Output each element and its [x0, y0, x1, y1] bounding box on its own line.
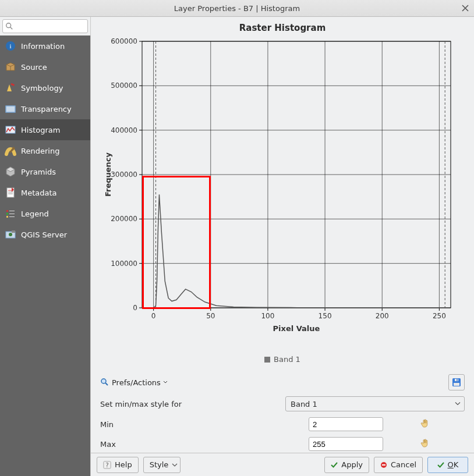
svg-rect-71	[454, 383, 459, 386]
svg-text:600000: 600000	[111, 37, 137, 45]
chart-title: Raster Histogram	[100, 23, 465, 33]
help-button[interactable]: ? Help	[97, 457, 139, 473]
zoom-icon	[100, 378, 109, 387]
apply-label: Apply	[341, 460, 363, 469]
sidebar-item-rendering[interactable]: Rendering	[0, 140, 90, 161]
cancel-button[interactable]: Cancel	[374, 457, 423, 473]
close-icon[interactable]	[460, 3, 471, 13]
svg-text:0: 0	[133, 304, 137, 312]
svg-text:Pixel Value: Pixel Value	[273, 324, 320, 333]
pick-max-button[interactable]	[420, 438, 430, 450]
sidebar-item-qgis-server[interactable]: QGIS Server	[0, 224, 90, 245]
legend-swatch-icon	[264, 357, 270, 363]
prefs-actions-label: Prefs/Actions	[112, 378, 161, 387]
sidebar-item-information[interactable]: iInformation	[0, 35, 90, 56]
svg-text:250: 250	[433, 312, 446, 320]
cancel-label: Cancel	[391, 460, 416, 469]
hand-icon	[420, 438, 430, 449]
search-field[interactable]	[16, 22, 85, 31]
svg-rect-16	[6, 213, 8, 215]
sidebar-item-label: Pyramids	[21, 168, 56, 176]
max-label: Max	[100, 440, 304, 449]
sidebar-item-label: Rendering	[21, 147, 59, 155]
sidebar-item-label: Source	[21, 63, 47, 72]
help-icon: ?	[103, 461, 111, 469]
svg-rect-23	[12, 230, 15, 233]
search-input[interactable]	[2, 19, 88, 33]
legend-icon	[5, 208, 16, 219]
sidebar-item-transparency[interactable]: Transparency	[0, 98, 90, 119]
pyramids-icon	[5, 166, 16, 177]
sidebar-item-label: Metadata	[21, 189, 57, 197]
save-histogram-button[interactable]	[448, 374, 465, 390]
sidebar-item-label: Transparency	[21, 105, 72, 113]
metadata-icon	[5, 187, 16, 198]
svg-text:300000: 300000	[111, 170, 137, 179]
sidebar: iInformationSourceSymbologyTransparencyH…	[0, 35, 90, 476]
svg-text:100: 100	[261, 312, 274, 320]
svg-line-69	[105, 383, 108, 385]
sidebar-item-histogram[interactable]: Histogram	[0, 119, 90, 140]
svg-rect-73	[457, 379, 458, 381]
svg-point-22	[9, 233, 12, 236]
symbology-icon	[5, 82, 16, 94]
histogram-icon	[5, 124, 16, 136]
qgis-server-icon	[5, 229, 16, 240]
svg-line-1	[10, 27, 13, 30]
sidebar-item-metadata[interactable]: Metadata	[0, 182, 90, 203]
svg-text:400000: 400000	[111, 126, 137, 134]
sidebar-item-legend[interactable]: Legend	[0, 203, 90, 224]
chevron-down-icon	[172, 462, 178, 468]
apply-button[interactable]: Apply	[324, 457, 369, 473]
svg-text:?: ?	[105, 461, 108, 468]
ok-label: OK	[448, 460, 459, 469]
svg-point-68	[101, 379, 106, 383]
sidebar-item-source[interactable]: Source	[0, 56, 90, 77]
max-input[interactable]	[309, 437, 383, 451]
histogram-chart: Raster Histogram 05010015020025001000002…	[100, 23, 465, 364]
chevron-down-icon	[455, 400, 461, 408]
dialog-button-bar: ? Help Style Apply Cancel OK	[91, 453, 474, 476]
information-icon: i	[5, 40, 16, 52]
sidebar-item-label: Histogram	[21, 126, 60, 134]
sidebar-item-label: QGIS Server	[21, 230, 67, 239]
sidebar-item-label: Symbology	[21, 84, 63, 93]
sidebar-item-symbology[interactable]: Symbology	[0, 77, 90, 98]
help-label: Help	[115, 460, 132, 469]
sidebar-item-label: Information	[21, 42, 65, 51]
chart-svg: 0501001502002500100000200000300000400000…	[100, 35, 461, 350]
chart-legend: Band 1	[100, 355, 465, 364]
style-button[interactable]: Style	[143, 457, 181, 473]
min-label: Min	[100, 420, 304, 429]
hand-icon	[420, 418, 430, 429]
svg-text:i: i	[9, 42, 11, 49]
floppy-disk-icon	[452, 378, 461, 387]
min-input[interactable]	[309, 417, 383, 431]
rendering-icon	[5, 145, 16, 157]
svg-rect-77	[382, 464, 385, 466]
svg-text:500000: 500000	[111, 81, 137, 90]
style-label: Style	[150, 460, 169, 469]
svg-text:Frequency: Frequency	[104, 152, 112, 197]
svg-rect-5	[6, 106, 15, 112]
chevron-down-icon	[163, 380, 168, 385]
window-title: Layer Properties - B7 | Histogram	[174, 4, 300, 13]
svg-text:50: 50	[206, 312, 215, 320]
prefs-actions-button[interactable]: Prefs/Actions	[100, 378, 168, 387]
svg-text:0: 0	[151, 312, 156, 320]
sidebar-item-label: Legend	[21, 209, 49, 218]
stop-icon	[380, 461, 387, 468]
check-icon	[437, 461, 444, 468]
pick-min-button[interactable]	[420, 418, 430, 431]
band-combo-value: Band 1	[291, 400, 317, 408]
svg-text:100000: 100000	[111, 260, 137, 268]
ok-button[interactable]: OK	[427, 457, 468, 473]
svg-point-0	[6, 23, 11, 28]
transparency-icon	[5, 103, 16, 115]
titlebar: Layer Properties - B7 | Histogram	[0, 0, 474, 17]
band-combo[interactable]: Band 1	[285, 396, 465, 411]
svg-rect-4	[10, 83, 15, 86]
svg-text:200000: 200000	[111, 215, 137, 223]
legend-label: Band 1	[274, 355, 300, 364]
sidebar-item-pyramids[interactable]: Pyramids	[0, 161, 90, 182]
